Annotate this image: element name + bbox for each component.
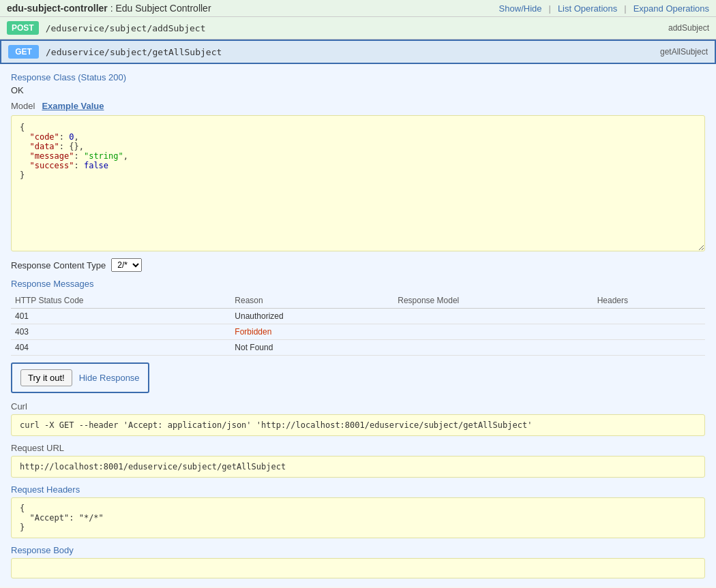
response-content-type-label: Response Content Type <box>11 260 106 270</box>
request-url-label: Request URL <box>11 443 705 453</box>
get-path: /eduservice/subject/getAllSubject <box>46 47 653 57</box>
col-response-model: Response Model <box>393 293 593 309</box>
model-tabs: Model Example Value <box>11 101 705 111</box>
status-404: 404 <box>11 340 230 356</box>
model-label: Model <box>11 101 35 111</box>
col-headers: Headers <box>593 293 705 309</box>
response-class-title: Response Class (Status 200) <box>11 72 705 82</box>
request-headers-title: Request Headers <box>11 484 705 495</box>
table-row: 403 Forbidden <box>11 324 705 340</box>
post-path: /eduservice/subject/addSubject <box>46 23 661 33</box>
page-wrapper: edu-subject-controller : Edu Subject Con… <box>0 0 716 588</box>
table-header-row: HTTP Status Code Reason Response Model H… <box>11 293 705 309</box>
response-messages-title: Response Messages <box>11 279 705 289</box>
post-tag: addSubject <box>668 23 709 33</box>
col-reason: Reason <box>230 293 393 309</box>
reason-401: Unauthorized <box>230 309 393 324</box>
table-row: 404 Not Found <box>11 340 705 356</box>
get-expanded-section: Response Class (Status 200) OK Model Exa… <box>0 64 716 587</box>
col-status-code: HTTP Status Code <box>11 293 230 309</box>
expand-operations-link[interactable]: Expand Operations <box>633 3 709 14</box>
try-it-section: Try it out! Hide Response <box>11 362 149 393</box>
response-body-content <box>11 558 705 578</box>
example-value-tab[interactable]: Example Value <box>42 101 104 111</box>
reason-403: Forbidden <box>230 324 393 340</box>
get-tag: getAllSubject <box>660 47 708 57</box>
request-headers-content: { "Accept": "*/*" } <box>11 497 705 538</box>
try-it-button[interactable]: Try it out! <box>20 369 72 386</box>
hide-response-link[interactable]: Hide Response <box>79 373 140 383</box>
response-content-type-row: Response Content Type 2/* <box>11 258 705 272</box>
post-operation-row[interactable]: POST /eduservice/subject/addSubject addS… <box>0 17 716 40</box>
get-operation-row[interactable]: GET /eduservice/subject/getAllSubject ge… <box>0 40 716 64</box>
curl-label: Curl <box>11 401 705 412</box>
list-operations-link[interactable]: List Operations <box>558 3 617 14</box>
status-403: 403 <box>11 324 230 340</box>
controller-header: edu-subject-controller : Edu Subject Con… <box>0 0 716 17</box>
operations-container: POST /eduservice/subject/addSubject addS… <box>0 17 716 587</box>
status-401: 401 <box>11 309 230 324</box>
response-messages-table: HTTP Status Code Reason Response Model H… <box>11 293 705 356</box>
controller-title: edu-subject-controller : Edu Subject Con… <box>7 3 211 14</box>
controller-description: Edu Subject Controller <box>115 3 211 14</box>
show-hide-link[interactable]: Show/Hide <box>499 3 542 14</box>
get-method-badge: GET <box>8 45 39 59</box>
response-code-block: { "code": 0, "data": {}, "message": "str… <box>11 115 705 251</box>
request-url-value: http://localhost:8001/eduservice/subject… <box>11 456 705 478</box>
curl-command: curl -X GET --header 'Accept: applicatio… <box>11 414 705 436</box>
header-links: Show/Hide | List Operations | Expand Ope… <box>499 3 709 14</box>
post-method-badge: POST <box>7 21 39 35</box>
response-content-type-select[interactable]: 2/* <box>111 258 142 272</box>
reason-404: Not Found <box>230 340 393 356</box>
controller-name: edu-subject-controller <box>7 3 108 14</box>
status-ok: OK <box>11 85 705 95</box>
table-row: 401 Unauthorized <box>11 309 705 324</box>
response-body-title: Response Body <box>11 545 705 555</box>
